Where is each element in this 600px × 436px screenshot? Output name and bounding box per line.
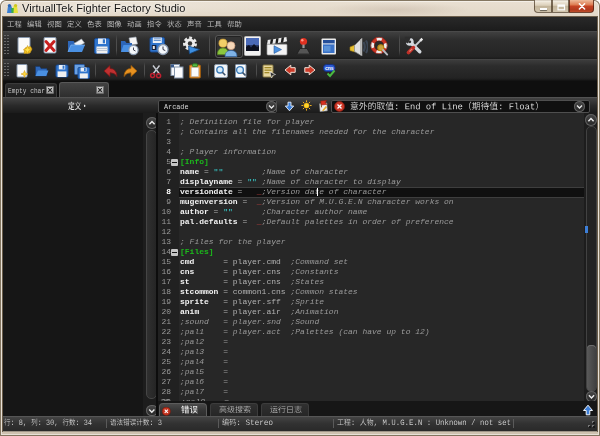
svg-text:cns: cns [325,65,334,71]
